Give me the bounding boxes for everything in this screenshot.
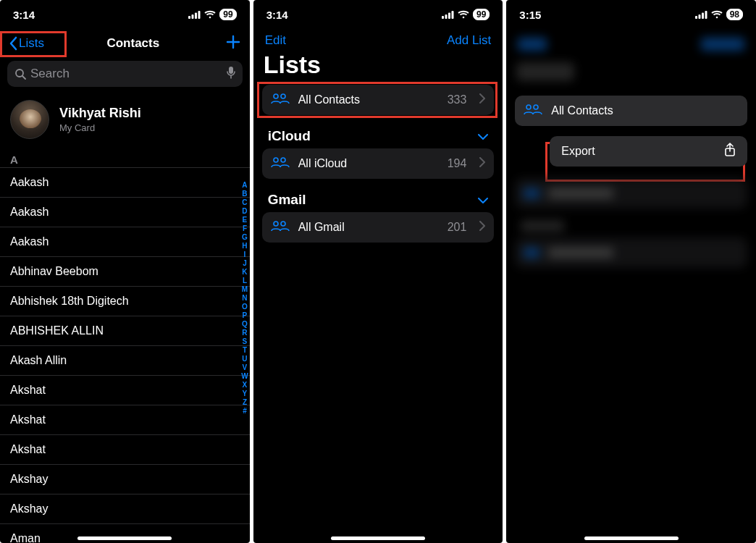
svg-point-14 <box>274 158 278 162</box>
all-contacts-row[interactable]: All Contacts <box>515 96 747 126</box>
mic-icon[interactable] <box>227 66 235 83</box>
wifi-icon <box>458 10 469 19</box>
status-bar: 3:14 99 <box>253 0 503 29</box>
battery-badge: 98 <box>726 9 743 20</box>
svg-rect-10 <box>451 11 453 19</box>
svg-point-24 <box>534 105 538 109</box>
group-icon <box>271 156 290 171</box>
index-letter[interactable]: K <box>242 268 247 277</box>
share-icon <box>724 143 736 160</box>
index-letter[interactable]: L <box>243 277 247 285</box>
row-label: All Gmail <box>298 221 345 234</box>
index-letter[interactable]: R <box>242 329 247 337</box>
svg-point-17 <box>281 222 285 226</box>
battery-badge: 99 <box>219 9 236 20</box>
index-letter[interactable]: U <box>242 355 247 363</box>
list-item[interactable]: ABHISHEK ALLIN <box>0 316 250 345</box>
account-header-icloud[interactable]: iCloud <box>253 122 503 148</box>
index-letter[interactable]: Q <box>242 320 248 329</box>
list-item[interactable]: Aakash <box>0 167 250 197</box>
back-label: Lists <box>19 36 44 51</box>
avatar <box>10 100 49 139</box>
index-letter[interactable]: B <box>242 190 247 198</box>
svg-rect-6 <box>229 67 233 74</box>
search-input[interactable]: Search <box>7 61 243 87</box>
edit-button[interactable]: Edit <box>265 33 286 48</box>
home-indicator[interactable] <box>77 536 172 540</box>
row-count: 201 <box>448 221 467 234</box>
svg-rect-0 <box>188 16 190 19</box>
nav-bar: Lists Contacts <box>0 29 250 58</box>
svg-rect-19 <box>698 14 700 19</box>
section-header: A <box>0 149 250 167</box>
index-letter[interactable]: C <box>242 198 247 207</box>
all-contacts-row[interactable]: All Contacts 333 <box>262 85 495 115</box>
index-letter[interactable]: Z <box>243 398 247 407</box>
row-label: All Contacts <box>551 104 613 117</box>
group-icon <box>524 104 542 118</box>
list-item[interactable]: Akshat <box>0 375 250 405</box>
svg-point-22 <box>715 17 718 19</box>
status-bar: 3:15 98 <box>506 0 756 29</box>
home-indicator[interactable] <box>331 536 425 540</box>
my-card-row[interactable]: Vikhyat Rishi My Card <box>0 90 250 149</box>
svg-rect-1 <box>192 14 194 19</box>
svg-rect-18 <box>695 16 697 19</box>
export-label: Export <box>561 145 595 158</box>
index-letter[interactable]: S <box>243 337 248 346</box>
list-item[interactable]: Aakash <box>0 197 250 227</box>
toolbar: Edit Add List <box>253 29 503 49</box>
list-item[interactable]: Akshat <box>0 434 250 464</box>
index-letter[interactable]: H <box>242 242 247 251</box>
blurred-background <box>506 33 756 88</box>
blurred-background <box>506 178 756 268</box>
index-letter[interactable]: Y <box>243 390 248 398</box>
add-list-button[interactable]: Add List <box>447 33 491 48</box>
home-indicator[interactable] <box>584 536 679 540</box>
list-item[interactable]: Akshay <box>0 464 250 494</box>
add-contact-button[interactable] <box>222 32 241 55</box>
svg-rect-20 <box>702 12 704 19</box>
index-letter[interactable]: J <box>243 259 247 268</box>
index-letter[interactable]: T <box>243 346 247 355</box>
index-letter[interactable]: F <box>243 224 247 233</box>
all-icloud-row[interactable]: All iCloud 194 <box>262 148 495 179</box>
row-label: All iCloud <box>298 157 348 170</box>
all-gmail-row[interactable]: All Gmail 201 <box>262 212 495 243</box>
status-time: 3:14 <box>266 9 288 21</box>
index-letter[interactable]: # <box>243 407 247 416</box>
battery-badge: 99 <box>473 9 490 20</box>
svg-point-23 <box>526 105 531 109</box>
svg-point-12 <box>274 94 278 98</box>
group-icon <box>271 93 290 107</box>
alphabet-index[interactable]: ABCDEFGHIJKLMNOPQRSTUVWXYZ# <box>241 181 248 416</box>
index-letter[interactable]: X <box>243 381 248 390</box>
plus-icon <box>225 34 241 50</box>
list-item[interactable]: Akash Allin <box>0 345 250 375</box>
index-letter[interactable]: N <box>242 294 247 303</box>
list-item[interactable]: Abhinav Beebom <box>0 256 250 286</box>
index-letter[interactable]: G <box>242 233 248 242</box>
export-button[interactable]: Export <box>550 136 747 167</box>
svg-point-13 <box>281 94 285 98</box>
index-letter[interactable]: A <box>242 181 247 190</box>
index-letter[interactable]: I <box>244 251 246 259</box>
index-letter[interactable]: D <box>242 207 247 216</box>
index-letter[interactable]: O <box>242 303 248 311</box>
svg-rect-2 <box>195 12 197 19</box>
wifi-icon <box>711 10 723 19</box>
account-header-gmail[interactable]: Gmail <box>253 186 503 212</box>
index-letter[interactable]: W <box>241 372 248 381</box>
list-item[interactable]: Abhishek 18th Digitech <box>0 286 250 316</box>
svg-point-11 <box>463 17 465 19</box>
index-letter[interactable]: V <box>243 363 248 372</box>
list-item[interactable]: Akshay <box>0 494 250 523</box>
back-button[interactable]: Lists <box>9 36 44 51</box>
chevron-right-icon <box>479 157 485 170</box>
index-letter[interactable]: E <box>243 216 248 224</box>
row-label: All Contacts <box>298 93 360 106</box>
index-letter[interactable]: P <box>243 311 248 320</box>
list-item[interactable]: Aakash <box>0 227 250 256</box>
index-letter[interactable]: M <box>242 285 248 294</box>
list-item[interactable]: Akshat <box>0 405 250 434</box>
